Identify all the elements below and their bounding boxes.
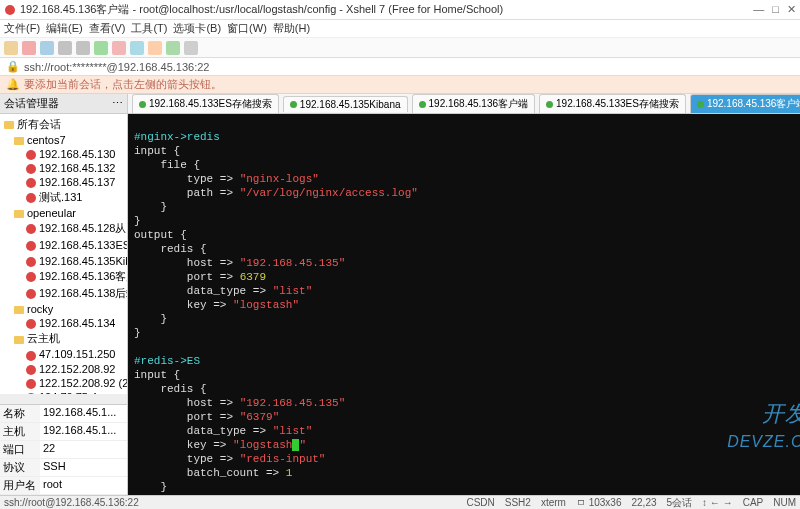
menu-item[interactable]: 窗口(W) bbox=[227, 21, 267, 36]
terminal-line: host => "192.168.45.135" bbox=[134, 256, 800, 270]
tree-session[interactable]: 47.109.151.250 bbox=[0, 347, 127, 361]
maximize-button[interactable]: □ bbox=[772, 3, 779, 16]
app-icon bbox=[4, 4, 16, 16]
terminal-line: } bbox=[134, 214, 800, 228]
terminal-line: #nginx->redis bbox=[134, 130, 800, 144]
tab-label: 192.168.45.133ES存储搜索 bbox=[149, 97, 272, 111]
reconnect-icon[interactable] bbox=[130, 41, 144, 55]
tree-folder[interactable]: 云主机 bbox=[0, 330, 127, 347]
tree-folder[interactable]: openeular bbox=[0, 206, 127, 220]
tree-session[interactable]: 192.168.45.137 bbox=[0, 175, 127, 189]
tab-item[interactable]: 192.168.45.135Kibana bbox=[283, 96, 408, 112]
terminal-line: } bbox=[134, 200, 800, 214]
status-dot-icon bbox=[546, 101, 553, 108]
session-tree[interactable]: 所有会话centos7192.168.45.130192.168.45.1321… bbox=[0, 114, 127, 394]
status-item: NUM bbox=[773, 497, 796, 508]
status-dot-icon bbox=[290, 101, 297, 108]
tab-bar: 192.168.45.133ES存储搜索192.168.45.135Kibana… bbox=[128, 94, 800, 114]
warning-bar: 🔔 要添加当前会话，点击左侧的箭头按钮。 bbox=[0, 76, 800, 94]
menu-item[interactable]: 编辑(E) bbox=[46, 21, 83, 36]
prop-value: 192.168.45.1... bbox=[40, 405, 127, 422]
disconnect-icon[interactable] bbox=[112, 41, 126, 55]
address-bar[interactable]: 🔒 ssh://root:********@192.168.45.136:22 bbox=[0, 58, 800, 76]
new-icon[interactable] bbox=[4, 41, 18, 55]
tree-session[interactable]: 192.168.45.132 bbox=[0, 161, 127, 175]
tree-session[interactable]: 192.168.45.128从 bbox=[0, 220, 127, 237]
menu-item[interactable]: 帮助(H) bbox=[273, 21, 310, 36]
status-item: 22,23 bbox=[632, 497, 657, 508]
bell-icon: 🔔 bbox=[6, 78, 20, 91]
status-address: ssh://root@192.168.45.136:22 bbox=[4, 497, 139, 508]
close-button[interactable]: ✕ bbox=[787, 3, 796, 16]
prop-value: 22 bbox=[40, 441, 127, 458]
tab-label: 192.168.45.136客户端 bbox=[429, 97, 529, 111]
status-item: ↕ ← → bbox=[702, 497, 733, 508]
terminal-line: input { bbox=[134, 368, 800, 382]
tab-label: 192.168.45.135Kibana bbox=[300, 99, 401, 110]
status-item: SSH2 bbox=[505, 497, 531, 508]
property-grid: 名称192.168.45.1...主机192.168.45.1...端口22协议… bbox=[0, 404, 127, 495]
tool-icon[interactable] bbox=[184, 41, 198, 55]
terminal-line: path => "/var/log/nginx/access.log" bbox=[134, 186, 800, 200]
status-bar: ssh://root@192.168.45.136:22 CSDNSSH2xte… bbox=[0, 495, 800, 509]
minimize-button[interactable]: — bbox=[753, 3, 764, 16]
scrollbar[interactable] bbox=[0, 394, 127, 404]
tree-session[interactable]: 192.168.45.138后端1 bbox=[0, 285, 127, 302]
terminal-line: type => "nginx-logs" bbox=[134, 172, 800, 186]
prop-key: 端口 bbox=[0, 441, 40, 458]
terminal[interactable]: #nginx->redisinput { file { type => "ngi… bbox=[128, 114, 800, 495]
terminal-line: } bbox=[134, 326, 800, 340]
prop-key: 协议 bbox=[0, 459, 40, 476]
tree-folder[interactable]: rocky bbox=[0, 302, 127, 316]
status-item: CAP bbox=[743, 497, 764, 508]
prop-value: SSH bbox=[40, 459, 127, 476]
address-text: ssh://root:********@192.168.45.136:22 bbox=[24, 61, 209, 73]
tree-session[interactable]: 192.168.45.134 bbox=[0, 316, 127, 330]
status-item: xterm bbox=[541, 497, 566, 508]
terminal-line: port => "6379" bbox=[134, 410, 800, 424]
sidebar-options-icon[interactable]: ⋯ bbox=[112, 97, 123, 110]
tab-label: 192.168.45.136客户端 bbox=[707, 97, 800, 111]
tab-item[interactable]: 192.168.45.133ES存储搜索 bbox=[539, 94, 686, 113]
menu-item[interactable]: 查看(V) bbox=[89, 21, 126, 36]
open-icon[interactable] bbox=[22, 41, 36, 55]
status-item: ㅁ 103x36 bbox=[576, 497, 622, 508]
tab-item[interactable]: 192.168.45.136客户端 bbox=[690, 94, 800, 113]
menu-item[interactable]: 文件(F) bbox=[4, 21, 40, 36]
terminal-line bbox=[134, 340, 800, 354]
tree-session[interactable]: 192.168.45.136客户端 bbox=[0, 268, 127, 285]
transfer-icon[interactable] bbox=[148, 41, 162, 55]
title-bar: 192.168.45.136客户端 - root@localhost:/usr/… bbox=[0, 0, 800, 20]
find-icon[interactable] bbox=[94, 41, 108, 55]
status-dot-icon bbox=[697, 101, 704, 108]
terminal-line: file { bbox=[134, 158, 800, 172]
tree-session[interactable]: 测试.131 bbox=[0, 189, 127, 206]
tree-session[interactable]: 192.168.45.133ES存储搜 bbox=[0, 237, 127, 254]
menu-item[interactable]: 选项卡(B) bbox=[173, 21, 221, 36]
terminal-line: data_type => "list" bbox=[134, 424, 800, 438]
tree-session[interactable]: 192.168.45.135Kibana bbox=[0, 254, 127, 268]
terminal-line: type => "redis-input" bbox=[134, 452, 800, 466]
paste-icon[interactable] bbox=[76, 41, 90, 55]
sidebar-title: 会话管理器 bbox=[4, 96, 59, 111]
copy-icon[interactable] bbox=[58, 41, 72, 55]
terminal-line: #redis->ES bbox=[134, 354, 800, 368]
tree-session[interactable]: 122.152.208.92 (2) bbox=[0, 376, 127, 390]
lock-icon: 🔒 bbox=[6, 60, 20, 73]
menu-bar: 文件(F)编辑(E)查看(V)工具(T)选项卡(B)窗口(W)帮助(H) bbox=[0, 20, 800, 38]
tree-session[interactable]: 192.168.45.130 bbox=[0, 147, 127, 161]
settings-icon[interactable] bbox=[166, 41, 180, 55]
tab-item[interactable]: 192.168.45.136客户端 bbox=[412, 94, 536, 113]
menu-item[interactable]: 工具(T) bbox=[131, 21, 167, 36]
tree-folder[interactable]: centos7 bbox=[0, 133, 127, 147]
window-title: 192.168.45.136客户端 - root@localhost:/usr/… bbox=[20, 2, 753, 17]
terminal-line: } bbox=[134, 480, 800, 494]
tree-session[interactable]: 122.152.208.92 bbox=[0, 362, 127, 376]
tree-root[interactable]: 所有会话 bbox=[0, 116, 127, 133]
tab-item[interactable]: 192.168.45.133ES存储搜索 bbox=[132, 94, 279, 113]
terminal-line: redis { bbox=[134, 242, 800, 256]
status-item: 5会话 bbox=[667, 497, 693, 508]
terminal-line: key => "logstash" bbox=[134, 298, 800, 312]
terminal-line: } bbox=[134, 312, 800, 326]
save-icon[interactable] bbox=[40, 41, 54, 55]
